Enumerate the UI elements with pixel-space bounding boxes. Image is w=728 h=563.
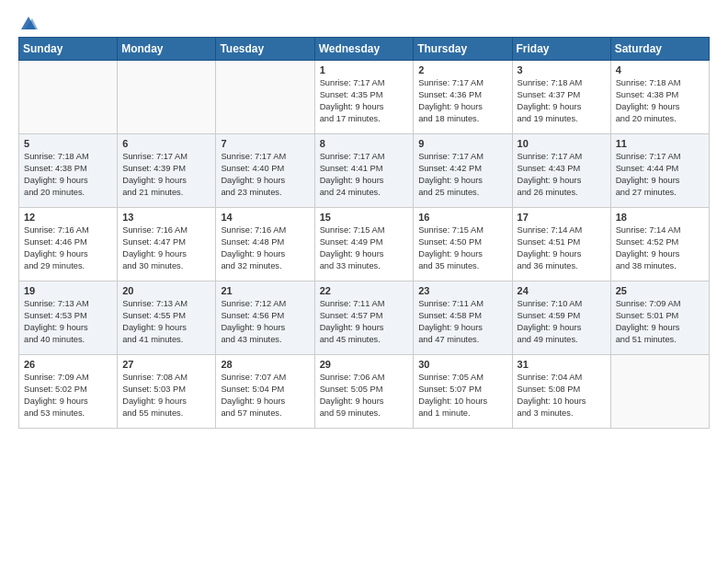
day-cell-12: 12Sunrise: 7:16 AM Sunset: 4:46 PM Dayli… (19, 208, 118, 282)
week-row-3: 12Sunrise: 7:16 AM Sunset: 4:46 PM Dayli… (19, 208, 710, 282)
day-cell-17: 17Sunrise: 7:14 AM Sunset: 4:51 PM Dayli… (512, 208, 610, 282)
week-row-1: 1Sunrise: 7:17 AM Sunset: 4:35 PM Daylig… (19, 61, 710, 134)
day-info: Sunrise: 7:16 AM Sunset: 4:47 PM Dayligh… (122, 224, 210, 272)
day-number: 30 (418, 359, 506, 370)
day-cell-1: 1Sunrise: 7:17 AM Sunset: 4:35 PM Daylig… (314, 61, 414, 134)
day-number: 31 (518, 359, 606, 370)
day-number: 9 (418, 138, 506, 149)
day-cell-21: 21Sunrise: 7:12 AM Sunset: 4:56 PM Dayli… (216, 282, 314, 355)
day-cell-3: 3Sunrise: 7:18 AM Sunset: 4:37 PM Daylig… (512, 61, 610, 134)
day-info: Sunrise: 7:17 AM Sunset: 4:36 PM Dayligh… (418, 77, 506, 125)
day-cell-16: 16Sunrise: 7:15 AM Sunset: 4:50 PM Dayli… (414, 208, 512, 282)
day-number: 8 (320, 138, 409, 149)
day-number: 13 (122, 212, 210, 223)
day-info: Sunrise: 7:17 AM Sunset: 4:40 PM Dayligh… (221, 151, 309, 199)
day-info: Sunrise: 7:14 AM Sunset: 4:51 PM Dayligh… (518, 224, 606, 272)
day-info: Sunrise: 7:13 AM Sunset: 4:53 PM Dayligh… (24, 298, 112, 346)
day-number: 1 (320, 64, 409, 75)
day-info: Sunrise: 7:17 AM Sunset: 4:42 PM Dayligh… (418, 151, 506, 199)
weekday-header-sunday: Sunday (19, 38, 118, 61)
logo-icon (19, 15, 38, 31)
empty-cell (19, 61, 118, 134)
day-info: Sunrise: 7:18 AM Sunset: 4:38 PM Dayligh… (24, 151, 112, 199)
day-number: 29 (320, 359, 409, 370)
weekday-header-thursday: Thursday (414, 38, 512, 61)
day-info: Sunrise: 7:15 AM Sunset: 4:50 PM Dayligh… (418, 224, 506, 272)
day-info: Sunrise: 7:06 AM Sunset: 5:05 PM Dayligh… (320, 372, 409, 419)
day-cell-19: 19Sunrise: 7:13 AM Sunset: 4:53 PM Dayli… (19, 282, 118, 355)
day-cell-13: 13Sunrise: 7:16 AM Sunset: 4:47 PM Dayli… (118, 208, 216, 282)
day-cell-9: 9Sunrise: 7:17 AM Sunset: 4:42 PM Daylig… (414, 134, 512, 208)
day-number: 16 (418, 212, 506, 223)
day-cell-31: 31Sunrise: 7:04 AM Sunset: 5:08 PM Dayli… (512, 355, 610, 429)
empty-cell (118, 61, 216, 134)
day-cell-15: 15Sunrise: 7:15 AM Sunset: 4:49 PM Dayli… (314, 208, 414, 282)
day-info: Sunrise: 7:16 AM Sunset: 4:46 PM Dayligh… (24, 224, 112, 272)
day-number: 17 (518, 212, 606, 223)
day-info: Sunrise: 7:11 AM Sunset: 4:58 PM Dayligh… (418, 298, 506, 346)
day-number: 23 (418, 285, 506, 296)
day-cell-18: 18Sunrise: 7:14 AM Sunset: 4:52 PM Dayli… (610, 208, 709, 282)
day-cell-14: 14Sunrise: 7:16 AM Sunset: 4:48 PM Dayli… (216, 208, 314, 282)
day-number: 7 (221, 138, 309, 149)
day-info: Sunrise: 7:17 AM Sunset: 4:43 PM Dayligh… (518, 151, 606, 199)
day-cell-11: 11Sunrise: 7:17 AM Sunset: 4:44 PM Dayli… (610, 134, 709, 208)
day-info: Sunrise: 7:14 AM Sunset: 4:52 PM Dayligh… (616, 224, 704, 272)
weekday-header-monday: Monday (118, 38, 216, 61)
day-cell-7: 7Sunrise: 7:17 AM Sunset: 4:40 PM Daylig… (216, 134, 314, 208)
day-cell-26: 26Sunrise: 7:09 AM Sunset: 5:02 PM Dayli… (19, 355, 118, 429)
day-cell-4: 4Sunrise: 7:18 AM Sunset: 4:38 PM Daylig… (610, 61, 709, 134)
day-number: 2 (418, 64, 506, 75)
day-info: Sunrise: 7:17 AM Sunset: 4:44 PM Dayligh… (616, 151, 704, 199)
day-number: 15 (320, 212, 409, 223)
day-cell-27: 27Sunrise: 7:08 AM Sunset: 5:03 PM Dayli… (118, 355, 216, 429)
day-number: 12 (24, 212, 112, 223)
day-number: 20 (122, 285, 210, 296)
day-number: 4 (616, 64, 704, 75)
day-number: 11 (616, 138, 704, 149)
day-info: Sunrise: 7:07 AM Sunset: 5:04 PM Dayligh… (221, 372, 309, 419)
day-number: 10 (518, 138, 606, 149)
day-cell-30: 30Sunrise: 7:05 AM Sunset: 5:07 PM Dayli… (414, 355, 512, 429)
weekday-header-friday: Friday (512, 38, 610, 61)
day-info: Sunrise: 7:11 AM Sunset: 4:57 PM Dayligh… (320, 298, 409, 346)
day-number: 28 (221, 359, 309, 370)
day-info: Sunrise: 7:09 AM Sunset: 5:01 PM Dayligh… (616, 298, 704, 346)
weekday-header-row: SundayMondayTuesdayWednesdayThursdayFrid… (19, 38, 710, 61)
day-info: Sunrise: 7:13 AM Sunset: 4:55 PM Dayligh… (122, 298, 210, 346)
day-cell-10: 10Sunrise: 7:17 AM Sunset: 4:43 PM Dayli… (512, 134, 610, 208)
week-row-4: 19Sunrise: 7:13 AM Sunset: 4:53 PM Dayli… (19, 282, 710, 355)
day-info: Sunrise: 7:16 AM Sunset: 4:48 PM Dayligh… (221, 224, 309, 272)
day-number: 25 (616, 285, 704, 296)
weekday-header-wednesday: Wednesday (314, 38, 414, 61)
day-cell-25: 25Sunrise: 7:09 AM Sunset: 5:01 PM Dayli… (610, 282, 709, 355)
header (18, 15, 710, 28)
day-cell-8: 8Sunrise: 7:17 AM Sunset: 4:41 PM Daylig… (314, 134, 414, 208)
day-number: 21 (221, 285, 309, 296)
weekday-header-saturday: Saturday (610, 38, 709, 61)
day-number: 27 (122, 359, 210, 370)
day-cell-28: 28Sunrise: 7:07 AM Sunset: 5:04 PM Dayli… (216, 355, 314, 429)
day-cell-24: 24Sunrise: 7:10 AM Sunset: 4:59 PM Dayli… (512, 282, 610, 355)
day-number: 14 (221, 212, 309, 223)
day-number: 24 (518, 285, 606, 296)
day-info: Sunrise: 7:08 AM Sunset: 5:03 PM Dayligh… (122, 372, 210, 419)
day-number: 3 (518, 64, 606, 75)
day-cell-23: 23Sunrise: 7:11 AM Sunset: 4:58 PM Dayli… (414, 282, 512, 355)
day-number: 26 (24, 359, 112, 370)
day-cell-6: 6Sunrise: 7:17 AM Sunset: 4:39 PM Daylig… (118, 134, 216, 208)
empty-cell (610, 355, 709, 429)
day-info: Sunrise: 7:15 AM Sunset: 4:49 PM Dayligh… (320, 224, 409, 272)
day-number: 6 (122, 138, 210, 149)
day-cell-5: 5Sunrise: 7:18 AM Sunset: 4:38 PM Daylig… (19, 134, 118, 208)
page: SundayMondayTuesdayWednesdayThursdayFrid… (0, 0, 728, 563)
calendar: SundayMondayTuesdayWednesdayThursdayFrid… (18, 37, 710, 429)
day-cell-29: 29Sunrise: 7:06 AM Sunset: 5:05 PM Dayli… (314, 355, 414, 429)
day-number: 19 (24, 285, 112, 296)
day-info: Sunrise: 7:09 AM Sunset: 5:02 PM Dayligh… (24, 372, 112, 419)
week-row-5: 26Sunrise: 7:09 AM Sunset: 5:02 PM Dayli… (19, 355, 710, 429)
day-cell-20: 20Sunrise: 7:13 AM Sunset: 4:55 PM Dayli… (118, 282, 216, 355)
empty-cell (216, 61, 314, 134)
day-info: Sunrise: 7:17 AM Sunset: 4:41 PM Dayligh… (320, 151, 409, 199)
day-cell-2: 2Sunrise: 7:17 AM Sunset: 4:36 PM Daylig… (414, 61, 512, 134)
